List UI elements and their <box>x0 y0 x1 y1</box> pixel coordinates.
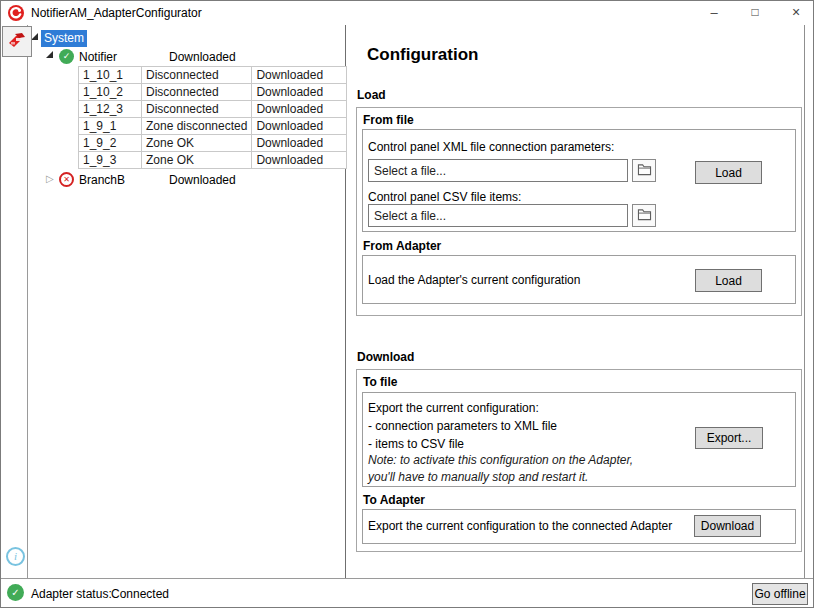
folder-icon <box>637 163 652 179</box>
branchb-expander-icon[interactable]: ▷ <box>46 174 54 184</box>
table-row[interactable]: 1_9_1 Zone disconnected Downloaded <box>79 118 347 135</box>
export-description-line1: Export the current configuration: <box>368 399 557 417</box>
load-from-adapter-button[interactable]: Load <box>695 269 762 292</box>
export-description: Export the current configuration: - conn… <box>368 399 557 453</box>
from-file-heading: From file <box>363 113 414 127</box>
alarm-horn-icon <box>6 29 28 54</box>
table-row[interactable]: 1_12_3 Disconnected Downloaded <box>79 101 347 118</box>
maximize-button[interactable]: □ <box>738 1 772 25</box>
csv-browse-button[interactable] <box>632 204 656 227</box>
xml-file-label: Control panel XML file connection parame… <box>368 140 614 154</box>
table-row[interactable]: 1_10_1 Disconnected Downloaded <box>79 67 347 84</box>
check-glyph: ✓ <box>11 587 19 598</box>
load-from-file-button[interactable]: Load <box>695 161 762 184</box>
adapter-status-value: Connected <box>111 587 169 601</box>
to-adapter-label: Export the current configuration to the … <box>368 519 672 533</box>
item-name-cell[interactable]: 1_9_2 <box>79 135 142 152</box>
status-bar: ✓ Adapter status: Connected Go offline <box>1 578 813 608</box>
csv-file-label: Control panel CSV file items: <box>368 190 521 204</box>
error-glyph: ✕ <box>63 175 70 184</box>
item-connection-cell[interactable]: Disconnected <box>142 84 252 101</box>
download-button[interactable]: Download <box>694 515 761 537</box>
error-circle-icon: ✕ <box>59 172 74 187</box>
load-section-heading: Load <box>357 88 386 102</box>
item-state-cell[interactable]: Downloaded <box>252 118 347 135</box>
export-description-line3: - items to CSV file <box>368 435 557 453</box>
to-file-heading: To file <box>363 375 397 389</box>
notifier-tab[interactable] <box>2 26 32 57</box>
export-description-line2: - connection parameters to XML file <box>368 417 557 435</box>
adapter-status-label: Adapter status: <box>31 587 112 601</box>
item-connection-cell[interactable]: Disconnected <box>142 67 252 84</box>
xml-browse-button[interactable] <box>632 159 656 182</box>
adapter-status-icon: ✓ <box>7 584 24 601</box>
go-offline-button[interactable]: Go offline <box>752 583 808 605</box>
item-name-cell[interactable]: 1_12_3 <box>79 101 142 118</box>
app-logo-icon <box>8 5 24 21</box>
item-state-cell[interactable]: Downloaded <box>252 84 347 101</box>
export-note: Note: to activate this configuration on … <box>368 452 633 486</box>
export-note-line2: you'll have to manually stop and restart… <box>368 469 633 486</box>
system-expander-icon[interactable] <box>31 33 38 40</box>
table-row[interactable]: 1_9_3 Zone OK Downloaded <box>79 152 347 169</box>
table-row[interactable]: 1_10_2 Disconnected Downloaded <box>79 84 347 101</box>
check-glyph: ✓ <box>63 51 71 61</box>
tree-node-notifier[interactable]: Notifier <box>79 50 117 64</box>
tree-node-branchb[interactable]: BranchB <box>79 173 125 187</box>
xml-file-input[interactable] <box>368 159 628 182</box>
table-row[interactable]: 1_9_2 Zone OK Downloaded <box>79 135 347 152</box>
check-circle-icon: ✓ <box>59 49 74 64</box>
item-connection-cell[interactable]: Zone OK <box>142 135 252 152</box>
item-state-cell[interactable]: Downloaded <box>252 135 347 152</box>
export-button[interactable]: Export... <box>695 427 763 449</box>
load-adapter-label: Load the Adapter's current configuration <box>368 273 580 287</box>
page-title: Configuration <box>367 45 478 65</box>
to-adapter-heading: To Adapter <box>363 493 425 507</box>
app-window: NotifierAM_AdapterConfigurator – □ × i S… <box>0 0 814 608</box>
info-icon: i <box>14 550 17 562</box>
item-connection-cell[interactable]: Zone OK <box>142 152 252 169</box>
notifier-expander-icon[interactable] <box>46 51 53 58</box>
item-name-cell[interactable]: 1_10_2 <box>79 84 142 101</box>
tree-node-system[interactable]: System <box>41 30 87 47</box>
item-name-cell[interactable]: 1_10_1 <box>79 67 142 84</box>
from-adapter-heading: From Adapter <box>363 239 441 253</box>
item-name-cell[interactable]: 1_9_3 <box>79 152 142 169</box>
side-rail <box>1 25 28 578</box>
branchb-download-state: Downloaded <box>169 173 236 187</box>
export-note-line1: Note: to activate this configuration on … <box>368 452 633 469</box>
csv-file-input[interactable] <box>368 204 628 227</box>
items-table: 1_10_1 Disconnected Downloaded 1_10_2 Di… <box>78 66 347 169</box>
panel-right-edge <box>804 25 805 578</box>
item-state-cell[interactable]: Downloaded <box>252 101 347 118</box>
info-button[interactable]: i <box>6 547 25 566</box>
folder-icon <box>637 208 652 224</box>
notifier-download-state: Downloaded <box>169 50 236 64</box>
item-connection-cell[interactable]: Disconnected <box>142 101 252 118</box>
item-name-cell[interactable]: 1_9_1 <box>79 118 142 135</box>
item-connection-cell[interactable]: Zone disconnected <box>142 118 252 135</box>
minimize-button[interactable]: – <box>697 1 731 25</box>
download-section-heading: Download <box>357 350 414 364</box>
close-button[interactable]: × <box>779 1 813 25</box>
item-state-cell[interactable]: Downloaded <box>252 152 347 169</box>
item-state-cell[interactable]: Downloaded <box>252 67 347 84</box>
window-title: NotifierAM_AdapterConfigurator <box>31 6 202 20</box>
title-bar: NotifierAM_AdapterConfigurator – □ × <box>1 1 813 25</box>
